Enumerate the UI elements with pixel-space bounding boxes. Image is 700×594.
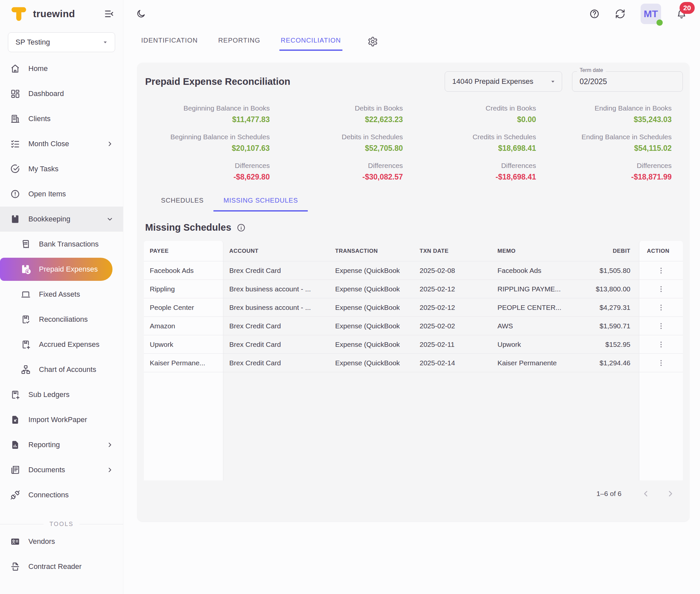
sidebar-item-bookkeeping[interactable]: Bookkeeping <box>0 206 123 232</box>
sidebar-item-label: Import WorkPaper <box>28 416 87 424</box>
info-icon[interactable] <box>237 223 246 232</box>
documents-icon <box>10 465 21 475</box>
book-clock-icon <box>21 264 31 274</box>
sidebar-item-prepaid-expenses[interactable]: Prepaid Expenses <box>0 258 112 281</box>
reconciliation-card: Prepaid Expense Reconciliation 14040 Pre… <box>137 63 690 521</box>
help-icon[interactable] <box>589 8 600 19</box>
column-header-debit[interactable]: DEBIT <box>578 248 639 255</box>
column-header-memo[interactable]: MEMO <box>492 248 578 255</box>
cell-memo: Upwork <box>492 340 578 349</box>
sidebar-item-import-workpaper[interactable]: Import WorkPaper <box>0 407 123 432</box>
table-row[interactable]: People Center Brex business account - ..… <box>144 298 683 317</box>
column-header-transaction[interactable]: TRANSACTION <box>329 248 414 255</box>
file-import-icon <box>10 415 21 425</box>
row-menu-icon[interactable] <box>657 285 665 293</box>
table-row[interactable]: Upwork Brex Credit Card Expense (QuickBo… <box>144 335 683 354</box>
sidebar-item-sub-ledgers[interactable]: Sub Ledgers <box>0 382 123 407</box>
cell-transaction: Expense (QuickBook <box>329 322 414 330</box>
summary-label: Differences <box>551 162 672 170</box>
cell-txn-date: 2025-02-12 <box>414 285 492 293</box>
book-plus-icon <box>21 339 31 350</box>
sidebar-item-fixed-assets[interactable]: Fixed Assets <box>0 282 123 307</box>
settings-gear-icon[interactable] <box>368 36 378 47</box>
table-row[interactable]: Facebook Ads Brex Credit Card Expense (Q… <box>144 261 683 280</box>
cell-memo: RIPPLING PAYME... <box>492 285 578 293</box>
sidebar-item-accrued-expenses[interactable]: Accrued Expenses <box>0 332 123 357</box>
sidebar-item-label: Documents <box>28 466 65 474</box>
summary-column-ending: Ending Balance in Books $35,243.03 Endin… <box>551 104 672 182</box>
pagination-range-label: 1–6 of 6 <box>596 490 622 498</box>
summary-value: -$30,082.57 <box>284 173 403 182</box>
workspace-selector[interactable]: SP Testing <box>8 32 115 52</box>
sidebar-item-dashboard[interactable]: Dashboard <box>0 81 123 106</box>
section-header: Missing Schedules <box>145 222 683 233</box>
sidebar-collapse-icon[interactable] <box>104 8 114 19</box>
notification-count-badge: 20 <box>679 2 695 14</box>
tab-identification[interactable]: IDENTIFICATION <box>140 37 199 51</box>
divider-line <box>0 524 43 524</box>
column-header-payee[interactable]: PAYEE <box>144 248 223 255</box>
sidebar-item-month-close[interactable]: Month Close <box>0 131 123 157</box>
cell-transaction: Expense (QuickBook <box>329 267 414 274</box>
sidebar-item-label: My Tasks <box>28 165 58 173</box>
online-status-dot <box>657 20 663 26</box>
row-menu-icon[interactable] <box>657 322 665 330</box>
summary-column-credits: Credits in Books $0.00 Credits in Schedu… <box>417 104 536 182</box>
summary-label: Beginning Balance in Schedules <box>144 133 270 141</box>
term-date-value: 02/2025 <box>580 77 607 86</box>
summary-value: $22,623.23 <box>284 115 403 124</box>
cell-debit: $152.95 <box>578 340 639 349</box>
sidebar-item-connections[interactable]: Connections <box>0 483 123 507</box>
column-header-txn-date[interactable]: TXN DATE <box>414 248 492 255</box>
next-page-icon[interactable] <box>666 489 675 498</box>
sidebar-nav: Home Dashboard Clients <box>0 56 123 594</box>
sidebar-item-reporting[interactable]: Reporting <box>0 432 123 457</box>
column-header-account[interactable]: ACCOUNT <box>223 248 329 255</box>
summary-label: Differences <box>144 162 270 170</box>
main-area: MT 20 IDENTIFICATION REPORTING RECONCI <box>124 0 700 594</box>
row-menu-icon[interactable] <box>657 340 665 349</box>
sidebar-item-chart-of-accounts[interactable]: Chart of Accounts <box>0 357 123 382</box>
row-menu-icon[interactable] <box>657 303 665 312</box>
row-menu-icon[interactable] <box>657 266 665 275</box>
table-row[interactable]: Amazon Brex Credit Card Expense (QuickBo… <box>144 317 683 335</box>
cell-debit: $1,590.71 <box>578 322 639 330</box>
column-header-action: ACTION <box>639 248 683 255</box>
sidebar-item-label: Bookkeeping <box>28 215 70 223</box>
sidebar-item-label: Reporting <box>28 440 60 449</box>
sidebar-item-reconciliations[interactable]: Reconciliations <box>0 307 123 332</box>
dark-mode-toggle-icon[interactable] <box>136 9 146 19</box>
tab-reconciliation[interactable]: RECONCILIATION <box>279 37 342 51</box>
subtab-schedules[interactable]: SCHEDULES <box>151 197 213 211</box>
table-row[interactable]: Rippling Brex business account - ... Exp… <box>144 280 683 298</box>
user-avatar[interactable]: MT <box>641 4 661 24</box>
tab-reporting[interactable]: REPORTING <box>217 37 261 51</box>
summary-label: Ending Balance in Schedules <box>551 133 672 141</box>
contact-card-icon <box>10 536 21 547</box>
refresh-icon[interactable] <box>615 8 625 19</box>
pagination: 1–6 of 6 <box>144 482 683 505</box>
account-select[interactable]: 14040 Prepaid Expenses <box>445 71 562 92</box>
cell-transaction: Expense (QuickBook <box>329 304 414 311</box>
sidebar-item-vendors[interactable]: Vendors <box>0 529 123 554</box>
scan-document-icon <box>10 561 21 572</box>
sidebar-item-contract-reader[interactable]: Contract Reader <box>0 554 123 579</box>
page-title: Prepaid Expense Reconciliation <box>145 76 290 87</box>
table-row[interactable]: Kaiser Permane... Brex Credit Card Expen… <box>144 354 683 372</box>
sidebar-item-home[interactable]: Home <box>0 56 123 81</box>
previous-page-icon[interactable] <box>641 489 651 498</box>
topbar-right-cluster: MT 20 <box>589 4 687 24</box>
subtab-missing-schedules[interactable]: MISSING SCHEDULES <box>213 197 308 211</box>
table-header-row: PAYEE ACCOUNT TRANSACTION TXN DATE MEMO … <box>144 241 683 261</box>
sidebar-item-my-tasks[interactable]: My Tasks <box>0 157 123 182</box>
sidebar-item-clients[interactable]: Clients <box>0 106 123 131</box>
sidebar-item-bank-transactions[interactable]: Bank Transactions <box>0 232 123 257</box>
cell-payee: Kaiser Permane... <box>144 359 223 367</box>
sidebar-item-documents[interactable]: Documents <box>0 457 123 483</box>
term-date-field[interactable]: Term date 02/2025 <box>572 71 683 92</box>
cell-transaction: Expense (QuickBook <box>329 285 414 293</box>
row-menu-icon[interactable] <box>657 359 665 367</box>
sidebar-item-open-items[interactable]: Open Items <box>0 182 123 206</box>
notifications-button[interactable]: 20 <box>676 8 687 19</box>
summary-value: $0.00 <box>417 115 536 124</box>
